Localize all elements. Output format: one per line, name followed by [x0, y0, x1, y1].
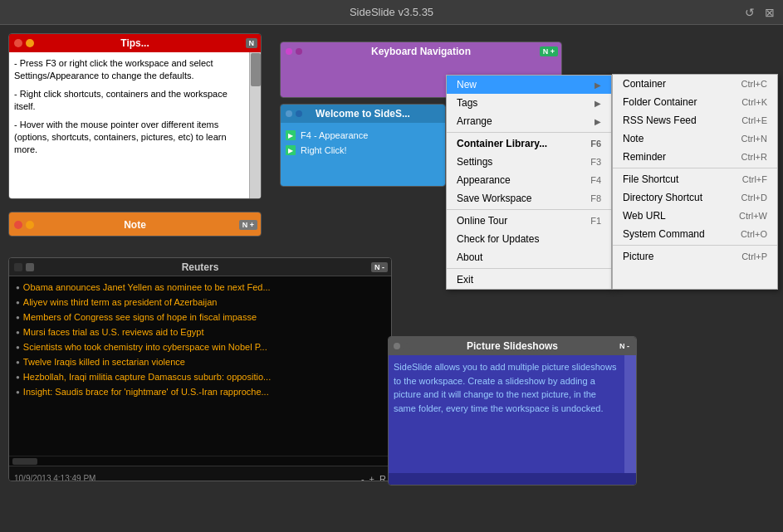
- tips-badge[interactable]: N: [246, 38, 258, 48]
- reuters-panel: Reuters N - ●Obama announces Janet Yelle…: [8, 257, 392, 481]
- menu-arrow-arrange: ▶: [595, 117, 601, 126]
- tips-dots: [14, 39, 34, 47]
- menu-item-exit[interactable]: Exit: [447, 271, 611, 289]
- keyboard-badge[interactable]: N +: [540, 46, 558, 56]
- submenu-sep-1: [613, 168, 777, 168]
- reuters-item-2: ●Aliyev wins third term as president of …: [16, 295, 384, 310]
- reuters-item-4: ●Mursi faces trial as U.S. reviews aid t…: [16, 325, 384, 339]
- reuters-timestamp: 10/9/2013 4:13:49 PM: [14, 474, 95, 481]
- dot-yellow[interactable]: [26, 221, 34, 229]
- dot-gray2[interactable]: [404, 343, 410, 349]
- keyboard-title: Keyboard Navigation: [371, 46, 471, 57]
- submenu-item-web-url[interactable]: Web URL Ctrl+W: [613, 207, 777, 225]
- picture-content: SideSlide allows you to add multiple pic…: [389, 355, 636, 473]
- menu-item-new[interactable]: New ▶: [447, 76, 611, 94]
- menu-item-about[interactable]: About: [447, 248, 611, 266]
- picture-footer: [389, 473, 636, 485]
- picture-dots: [394, 343, 410, 349]
- submenu-item-dir-shortcut[interactable]: Directory Shortcut Ctrl+D: [613, 188, 777, 207]
- reuters-item-7: ●Hezbollah, Iraqi militia capture Damasc…: [16, 369, 384, 384]
- picture-badge[interactable]: N -: [616, 341, 633, 351]
- reuters-item-3: ●Members of Congress see signs of hope i…: [16, 310, 384, 325]
- tips-scrollbar[interactable]: [249, 52, 261, 198]
- tips-scroll-thumb[interactable]: [251, 53, 261, 86]
- note-header: Note N +: [9, 212, 261, 237]
- submenu-item-file-shortcut[interactable]: File Shortcut Ctrl+F: [613, 170, 777, 188]
- menu-item-check-updates[interactable]: Check for Updates: [447, 230, 611, 248]
- welcome-title: Welcome to SideS...: [316, 108, 410, 120]
- app-title: SideSlide v3.5.35: [350, 6, 433, 18]
- submenu-item-reminder[interactable]: Reminder Ctrl+R: [613, 148, 777, 166]
- reuters-title: Reuters: [182, 261, 219, 273]
- reuters-header: Reuters N -: [9, 258, 391, 276]
- tips-header: Tips... N: [9, 34, 261, 52]
- dot-gray1[interactable]: [394, 343, 400, 349]
- reuters-item-5: ●Scientists who took chemistry into cybe…: [16, 339, 384, 354]
- menu-item-online-tour[interactable]: Online Tour F1: [447, 212, 611, 230]
- dot-blue2[interactable]: [296, 110, 302, 117]
- welcome-header: Welcome to SideS...: [281, 105, 445, 123]
- picture-header: Picture Slideshows N -: [389, 337, 636, 355]
- welcome-item-2: ▶ Right Click!: [286, 143, 440, 158]
- tips-text: - Press F3 or right click the workspace …: [14, 57, 244, 157]
- title-bar: SideSlide v3.5.35 ↺ ⊠: [0, 0, 783, 25]
- dot-gray[interactable]: [26, 263, 34, 271]
- picture-panel: Picture Slideshows N - SideSlide allows …: [388, 336, 637, 486]
- reset-icon[interactable]: ↺: [743, 6, 756, 19]
- submenu-item-folder-container[interactable]: Folder Container Ctrl+K: [613, 93, 777, 111]
- dot-purple2[interactable]: [296, 48, 302, 55]
- note-panel: Note N +: [8, 212, 262, 237]
- reuters-footer: 10/9/2013 4:13:49 PM - + R: [9, 466, 391, 481]
- note-dots: [14, 221, 34, 229]
- welcome-icon-1: ▶: [286, 130, 296, 140]
- welcome-content: ▶ F4 - Appearance ▶ Right Click!: [281, 123, 445, 186]
- dot-red[interactable]: [14, 39, 22, 47]
- reuters-item-1: ●Obama announces Janet Yellen as nominee…: [16, 280, 384, 295]
- submenu-item-rss[interactable]: RSS News Feed Ctrl+E: [613, 111, 777, 129]
- dot-dark[interactable]: [14, 263, 22, 271]
- menu-item-save-workspace[interactable]: Save Workspace F8: [447, 189, 611, 207]
- menu-item-settings[interactable]: Settings F3: [447, 153, 611, 171]
- note-badge[interactable]: N +: [239, 220, 257, 230]
- title-bar-icons: ↺ ⊠: [743, 6, 776, 19]
- picture-title: Picture Slideshows: [467, 340, 558, 352]
- reuters-badge[interactable]: N -: [371, 262, 388, 272]
- reuters-next-btn[interactable]: +: [369, 474, 374, 482]
- menu-item-tags[interactable]: Tags ▶: [447, 94, 611, 112]
- keyboard-header: Keyboard Navigation N +: [281, 42, 561, 61]
- tips-content: - Press F3 or right click the workspace …: [9, 52, 261, 198]
- reuters-item-8: ●Insight: Saudis brace for 'nightmare' o…: [16, 384, 384, 399]
- context-menu-container: New ▶ Tags ▶ Arrange ▶ Container Library…: [446, 75, 778, 290]
- submenu-item-picture[interactable]: Picture Ctrl+P: [613, 247, 777, 266]
- menu-arrow-tags: ▶: [595, 99, 601, 108]
- pin-icon[interactable]: ⊠: [763, 6, 776, 19]
- welcome-icon-2: ▶: [286, 145, 296, 155]
- welcome-panel: Welcome to SideS... ▶ F4 - Appearance ▶ …: [280, 104, 446, 187]
- dot-blue1[interactable]: [286, 110, 292, 117]
- submenu: Container Ctrl+C Folder Container Ctrl+K…: [612, 74, 778, 290]
- submenu-item-sys-command[interactable]: System Command Ctrl+O: [613, 225, 777, 243]
- reuters-prev-btn[interactable]: -: [361, 474, 365, 482]
- submenu-item-note[interactable]: Note Ctrl+N: [613, 129, 777, 148]
- welcome-item-1: ▶ F4 - Appearance: [286, 128, 440, 143]
- dot-red[interactable]: [14, 221, 22, 229]
- tips-panel: Tips... N - Press F3 or right click the …: [8, 33, 262, 199]
- dot-purple1[interactable]: [286, 48, 292, 55]
- picture-text: SideSlide allows you to add multiple pic…: [394, 360, 619, 415]
- keyboard-dots: [286, 48, 302, 55]
- dot-yellow[interactable]: [26, 39, 34, 47]
- reuters-hscrollbar[interactable]: [9, 456, 391, 466]
- menu-item-appearance[interactable]: Appearance F4: [447, 171, 611, 189]
- menu-item-arrange[interactable]: Arrange ▶: [447, 112, 611, 130]
- submenu-item-container[interactable]: Container Ctrl+C: [613, 75, 777, 93]
- menu-arrow-new: ▶: [595, 81, 601, 90]
- reuters-refresh-btn[interactable]: R: [379, 474, 386, 482]
- menu-item-container-library[interactable]: Container Library... F6: [447, 134, 611, 153]
- picture-scrollbar[interactable]: [624, 355, 636, 473]
- menu-sep-2: [447, 209, 611, 210]
- welcome-dots: [286, 110, 302, 117]
- menu-sep-1: [447, 132, 611, 133]
- reuters-dots: [14, 263, 34, 271]
- note-title: Note: [124, 219, 146, 231]
- hscroll-thumb[interactable]: [12, 458, 37, 465]
